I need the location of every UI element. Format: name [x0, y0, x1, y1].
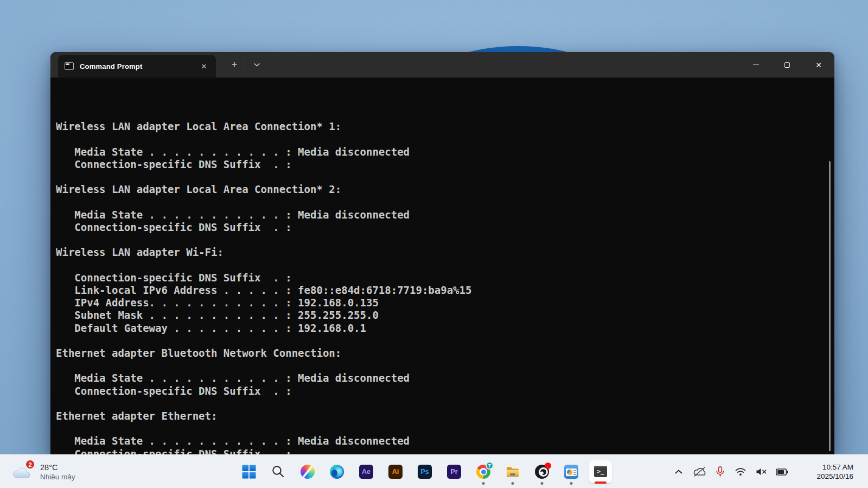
- terminal-line: [56, 422, 834, 435]
- file-explorer-button[interactable]: [506, 465, 520, 479]
- microphone-status-button[interactable]: [712, 455, 727, 488]
- illustrator-button[interactable]: Ai: [388, 465, 403, 479]
- premiere-icon: Pr: [447, 465, 461, 479]
- edge-button[interactable]: [330, 465, 344, 479]
- terminal-line: Link-local IPv6 Address . . . . . : fe80…: [56, 284, 834, 297]
- system-tray: 10:57 AM 2025/10/16: [671, 455, 868, 488]
- terminal-line: Ethernet adapter Ethernet:: [56, 410, 834, 422]
- weather-widget[interactable]: 2 28°C Nhiều mây: [5, 455, 114, 488]
- terminal-line: Connection-specific DNS Suffix . :: [56, 158, 834, 171]
- tab-command-prompt[interactable]: Command Prompt ✕: [58, 55, 216, 78]
- minimize-button[interactable]: [740, 52, 771, 78]
- volume-mute-icon: [756, 467, 767, 476]
- terminal-line: Ethernet adapter Bluetooth Network Conne…: [56, 347, 834, 359]
- terminal-line: Connection-specific DNS Suffix . :: [56, 448, 834, 454]
- after-effects-icon: Ae: [359, 465, 373, 479]
- weather-condition: Nhiều mây: [40, 473, 75, 481]
- terminal-line: Wireless LAN adapter Local Area Connecti…: [56, 120, 834, 133]
- taskbar: 2 28°C Nhiều mây: [0, 454, 868, 488]
- active-app-indicator: [595, 481, 607, 484]
- terminal-line: Subnet Mask . . . . . . . . . . . : 255.…: [56, 309, 834, 322]
- minimize-icon: [753, 65, 759, 66]
- chrome-profile-badge: T: [486, 461, 494, 470]
- onedrive-status-button[interactable]: [692, 455, 707, 488]
- tab-dropdown-button[interactable]: [249, 52, 264, 78]
- terminal-scrollbar[interactable]: [829, 161, 831, 451]
- copilot-button[interactable]: [301, 465, 315, 479]
- terminal-line: Connection-specific DNS Suffix . :: [56, 221, 834, 234]
- weather-temperature: 28°C: [40, 463, 75, 472]
- maximize-icon: [784, 62, 790, 68]
- terminal-taskbar-button[interactable]: >_: [593, 465, 608, 479]
- terminal-window: Command Prompt ✕ + ✕ Wireless LAN adapte…: [50, 52, 834, 454]
- terminal-line: [56, 196, 834, 209]
- folder-icon: [506, 465, 520, 479]
- cmd-window-icon: [65, 62, 74, 70]
- tab-title: Command Prompt: [80, 62, 199, 70]
- battery-button[interactable]: [774, 455, 789, 488]
- chevron-up-icon: [675, 470, 682, 474]
- terminal-line: Media State . . . . . . . . . . . : Medi…: [56, 372, 834, 384]
- window-controls: ✕: [740, 52, 834, 78]
- microphone-icon: [716, 466, 725, 477]
- weather-text: 28°C Nhiều mây: [40, 463, 75, 481]
- weather-notification-badge: 2: [25, 459, 35, 470]
- terminal-line: Wireless LAN adapter Local Area Connecti…: [56, 183, 834, 196]
- close-button[interactable]: ✕: [803, 52, 834, 78]
- wifi-icon: [735, 467, 746, 476]
- terminal-line: [56, 171, 834, 183]
- terminal-line: Connection-specific DNS Suffix . :: [56, 272, 834, 284]
- clock-date: 2025/10/16: [795, 472, 853, 481]
- terminal-line: Media State . . . . . . . . . . . : Medi…: [56, 435, 834, 447]
- photoshop-icon: Ps: [418, 465, 432, 479]
- terminal-lines: Wireless LAN adapter Local Area Connecti…: [56, 120, 834, 454]
- illustrator-icon: Ai: [388, 465, 403, 479]
- maximize-button[interactable]: [771, 52, 803, 78]
- taskbar-clock[interactable]: 10:57 AM 2025/10/16: [795, 463, 853, 481]
- terminal-line: [56, 234, 834, 246]
- search-icon: [271, 465, 285, 479]
- terminal-icon: >_: [594, 466, 607, 477]
- desktop-wallpaper: Command Prompt ✕ + ✕ Wireless LAN adapte…: [0, 0, 868, 488]
- terminal-line: [56, 133, 834, 146]
- new-tab-button[interactable]: +: [227, 52, 242, 78]
- wifi-button[interactable]: [733, 455, 748, 488]
- system-monitor-button[interactable]: [564, 465, 578, 479]
- after-effects-button[interactable]: Ae: [359, 465, 373, 479]
- search-button[interactable]: [271, 465, 285, 479]
- titlebar[interactable]: Command Prompt ✕ + ✕: [50, 52, 834, 78]
- terminal-line: IPv4 Address. . . . . . . . . . . : 192.…: [56, 297, 834, 309]
- taskbar-apps: Ae Ai Ps Pr T: [242, 455, 608, 488]
- chevron-down-icon: [254, 63, 260, 67]
- terminal-line: Media State . . . . . . . . . . . : Medi…: [56, 209, 834, 221]
- cloud-off-icon: [692, 466, 707, 477]
- chrome-button[interactable]: T: [476, 465, 490, 479]
- start-button[interactable]: [242, 465, 256, 479]
- terminal-line: Default Gateway . . . . . . . . . : 192.…: [56, 322, 834, 335]
- terminal-line: Wireless LAN adapter Wi-Fi:: [56, 246, 834, 259]
- terminal-line: [56, 397, 834, 410]
- battery-icon: [776, 468, 788, 476]
- volume-muted-button[interactable]: [754, 455, 769, 488]
- premiere-button[interactable]: Pr: [447, 465, 461, 479]
- photoshop-button[interactable]: Ps: [418, 465, 432, 479]
- tab-separator: [245, 60, 245, 70]
- windows-logo-icon: [242, 465, 256, 479]
- terminal-line: [56, 335, 834, 347]
- copilot-icon: [301, 465, 315, 479]
- terminal-line: Connection-specific DNS Suffix . :: [56, 385, 834, 397]
- edge-icon: [330, 465, 344, 479]
- tray-expand-button[interactable]: [671, 455, 686, 488]
- obs-button[interactable]: [535, 465, 549, 479]
- tab-close-icon[interactable]: ✕: [199, 62, 209, 70]
- terminal-line: [56, 359, 834, 372]
- terminal-line: Media State . . . . . . . . . . . : Medi…: [56, 146, 834, 158]
- system-monitor-icon: [564, 465, 578, 479]
- terminal-output[interactable]: Wireless LAN adapter Local Area Connecti…: [50, 78, 834, 454]
- clock-time: 10:57 AM: [795, 463, 853, 472]
- obs-recording-badge: [545, 463, 551, 469]
- terminal-line: [56, 259, 834, 272]
